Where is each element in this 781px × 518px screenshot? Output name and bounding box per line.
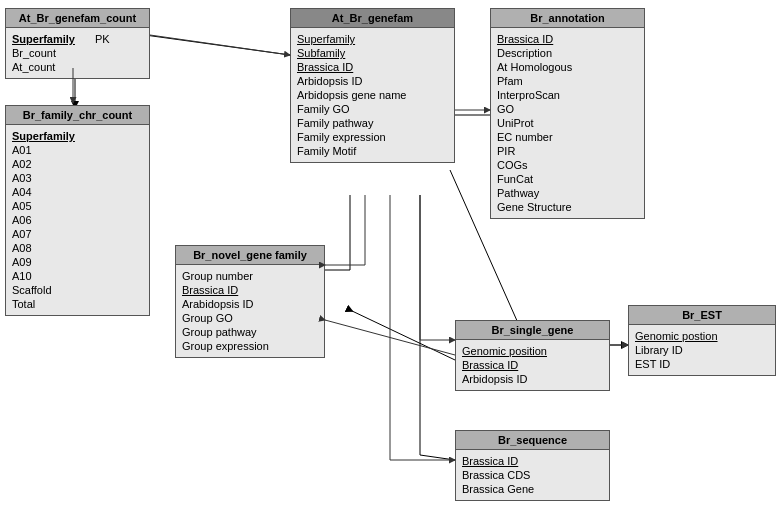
field-gene-structure: Gene Structure: [497, 200, 638, 214]
field-est-id: EST ID: [635, 357, 769, 371]
field-superfamily: Superfamily: [12, 33, 75, 45]
field-superfamily3: Superfamily: [297, 32, 448, 46]
field-brassica-cds: Brassica CDS: [462, 468, 603, 482]
at-br-genefam-count-table: At_Br_genefam_count Superfamily PK Br_co…: [5, 8, 150, 79]
br-annotation-table: Br_annotation Brassica ID Description At…: [490, 8, 645, 219]
field-arabidopsis-id3: Arbidopsis ID: [462, 372, 603, 386]
field-at-count: At_count: [12, 60, 143, 74]
field-a10: A10: [12, 269, 143, 283]
field-brassica-gene: Brassica Gene: [462, 482, 603, 496]
field-group-expression: Group expression: [182, 339, 318, 353]
field-pir: PIR: [497, 144, 638, 158]
field-pathway: Pathway: [497, 186, 638, 200]
field-pfam: Pfam: [497, 74, 638, 88]
field-scaffold: Scaffold: [12, 283, 143, 297]
field-a01: A01: [12, 143, 143, 157]
br-annotation-title: Br_annotation: [491, 9, 644, 28]
field-library-id: Library ID: [635, 343, 769, 357]
field-brassica-id5: Brassica ID: [462, 454, 603, 468]
svg-line-1: [145, 35, 290, 55]
field-family-motif: Family Motif: [297, 144, 448, 158]
at-br-genefam-title: At_Br_genefam: [291, 9, 454, 28]
field-a04: A04: [12, 185, 143, 199]
field-a03: A03: [12, 171, 143, 185]
field-ec-number: EC number: [497, 130, 638, 144]
br-annotation-body: Brassica ID Description At Homologous Pf…: [491, 28, 644, 218]
field-uniprot: UniProt: [497, 116, 638, 130]
field-group-go: Group GO: [182, 311, 318, 325]
br-sequence-table: Br_sequence Brassica ID Brassica CDS Bra…: [455, 430, 610, 501]
field-at-homologous: At Homologous: [497, 60, 638, 74]
field-a07: A07: [12, 227, 143, 241]
br-sequence-title: Br_sequence: [456, 431, 609, 450]
field-family-go: Family GO: [297, 102, 448, 116]
field-arabidopsis-gene-name: Arbidopsis gene name: [297, 88, 448, 102]
field-a09: A09: [12, 255, 143, 269]
field-brassica-id1: Brassica ID: [297, 60, 448, 74]
field-brassica-id3: Brassica ID: [182, 283, 318, 297]
field-genomic-position: Genomic position: [462, 344, 603, 358]
field-a06: A06: [12, 213, 143, 227]
at-br-genefam-count-body: Superfamily PK Br_count At_count: [6, 28, 149, 78]
field-group-number: Group number: [182, 269, 318, 283]
field-a05: A05: [12, 199, 143, 213]
br-family-chr-count-table: Br_family_chr_count Superfamily A01 A02 …: [5, 105, 150, 316]
br-est-title: Br_EST: [629, 306, 775, 325]
at-br-genefam-body: Superfamily Subfamily Brassica ID Arbido…: [291, 28, 454, 162]
field-funcat: FunCat: [497, 172, 638, 186]
svg-line-15: [325, 320, 455, 355]
br-novel-gene-family-title: Br_novel_gene family: [176, 246, 324, 265]
br-family-chr-count-body: Superfamily A01 A02 A03 A04 A05 A06 A07 …: [6, 125, 149, 315]
field-genomic-postion: Genomic postion: [635, 329, 769, 343]
br-single-gene-table: Br_single_gene Genomic position Brassica…: [455, 320, 610, 391]
br-est-table: Br_EST Genomic postion Library ID EST ID: [628, 305, 776, 376]
field-brassica-id4: Brassica ID: [462, 358, 603, 372]
br-novel-gene-family-table: Br_novel_gene family Group number Brassi…: [175, 245, 325, 358]
br-novel-gene-family-body: Group number Brassica ID Arabidopsis ID …: [176, 265, 324, 357]
field-a02: A02: [12, 157, 143, 171]
field-family-pathway: Family pathway: [297, 116, 448, 130]
field-cogs: COGs: [497, 158, 638, 172]
field-pk-label: PK: [95, 33, 110, 45]
field-group-pathway: Group pathway: [182, 325, 318, 339]
field-total: Total: [12, 297, 143, 311]
field-description: Description: [497, 46, 638, 60]
field-br-count: Br_count: [12, 46, 143, 60]
br-est-body: Genomic postion Library ID EST ID: [629, 325, 775, 375]
field-superfamily-pk: Superfamily PK: [12, 32, 143, 46]
br-sequence-body: Brassica ID Brassica CDS Brassica Gene: [456, 450, 609, 500]
field-family-expression: Family expression: [297, 130, 448, 144]
field-a08: A08: [12, 241, 143, 255]
field-go: GO: [497, 102, 638, 116]
svg-line-8: [350, 310, 455, 360]
at-br-genefam-count-title: At_Br_genefam_count: [6, 9, 149, 28]
field-subfamily: Subfamily: [297, 46, 448, 60]
at-br-genefam-table: At_Br_genefam Superfamily Subfamily Bras…: [290, 8, 455, 163]
field-arabidopsis-id2: Arabidopsis ID: [182, 297, 318, 311]
field-arabidopsis-id1: Arbidopsis ID: [297, 74, 448, 88]
svg-line-7: [420, 455, 455, 460]
br-single-gene-title: Br_single_gene: [456, 321, 609, 340]
svg-line-13: [150, 35, 290, 55]
br-family-chr-count-title: Br_family_chr_count: [6, 106, 149, 125]
field-brassica-id2: Brassica ID: [497, 32, 638, 46]
field-superfamily2: Superfamily: [12, 129, 143, 143]
field-interproscan: InterproScan: [497, 88, 638, 102]
br-single-gene-body: Genomic position Brassica ID Arbidopsis …: [456, 340, 609, 390]
